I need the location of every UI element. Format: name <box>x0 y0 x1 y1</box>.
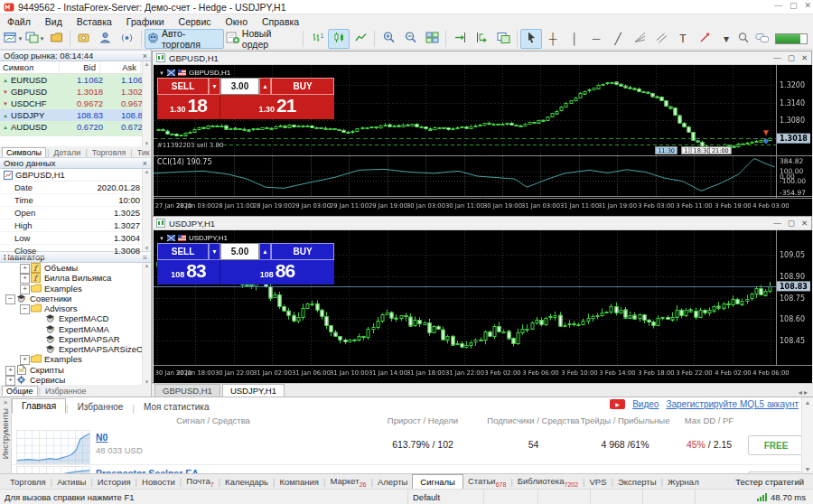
strategy-tester-tab[interactable]: Тестер стратегий <box>735 477 813 487</box>
data-window-scrollbar[interactable]: ▲▼ <box>142 169 151 251</box>
chat-icon[interactable] <box>755 32 770 46</box>
chart-tab-usdjpy-h1[interactable]: USDJPY,H1 <box>222 384 285 397</box>
column-header-bid[interactable]: Bid <box>60 61 100 73</box>
navigator-item-examples[interactable]: +Examples <box>0 354 151 364</box>
toolbox-tab-история[interactable]: История <box>93 476 136 488</box>
expand-icon[interactable]: + <box>5 376 15 386</box>
status-profile[interactable]: Default <box>408 490 484 504</box>
auto-scroll-button[interactable] <box>471 29 492 49</box>
market-watch-row-eurusd[interactable]: ▲EURUSD1.10621.1065 <box>0 74 151 86</box>
market-watch-row-audusd[interactable]: ▲AUDUSD0.67200.6723 <box>0 121 151 133</box>
toolbox-scrollbar[interactable]: ▲▼ <box>801 397 813 473</box>
connection-status[interactable]: 48.70 ms <box>757 492 813 502</box>
tab-scroll-arrows[interactable]: ◂ ▸ <box>799 388 813 397</box>
close-icon[interactable]: × <box>143 159 147 168</box>
volume-up-button[interactable]: ▲ <box>259 78 271 95</box>
fibo-button[interactable] <box>629 29 650 49</box>
navigator-item-expertmacd[interactable]: ExpertMACD <box>0 313 151 323</box>
chart-window-title-gbpusd[interactable]: GBPUSD,H1 — ▢ ✕ <box>153 51 811 65</box>
toolbox-tab-vps[interactable]: VPS <box>585 476 612 488</box>
buy-button[interactable]: BUY <box>271 243 334 260</box>
objects-dropdown[interactable]: ▾ <box>715 29 737 49</box>
volume-input[interactable]: 5.00 <box>220 243 259 260</box>
market-watch-row-usdjpy[interactable]: ▲USDJPY108.83108.86 <box>0 109 151 121</box>
navigator-item-объемы[interactable]: +fОбъемы <box>0 263 151 273</box>
navigator-item-examples[interactable]: +Examples <box>0 284 151 294</box>
chevron-down-icon[interactable]: ▾ <box>19 35 23 42</box>
menu-вид[interactable]: Вид <box>38 16 70 27</box>
candle-chart-button[interactable] <box>328 29 350 49</box>
close-button[interactable]: ✕ <box>804 1 811 10</box>
toolbox-tab-библиотека[interactable]: Библиотека7202 <box>513 475 583 489</box>
navigator-tab-избранное[interactable]: Избранное <box>42 387 90 396</box>
zoom-out-button[interactable] <box>399 29 421 49</box>
profiles-button[interactable]: ▾ <box>23 29 45 49</box>
market-watch-header[interactable]: Обзор рынка: 08:14:44 × <box>0 50 151 61</box>
chevron-down-icon[interactable]: ▾ <box>41 35 44 42</box>
signals-column-0[interactable]: Сигнал / Средства <box>96 415 331 425</box>
toolbox-tab-активы[interactable]: Активы <box>52 476 90 488</box>
navigator-item-сервисы[interactable]: +Сервисы <box>0 375 151 385</box>
toolbox-tab-маркет[interactable]: Маркет26 <box>325 475 370 489</box>
history-center-button[interactable] <box>45 29 67 49</box>
volume-down-button[interactable]: ▼ <box>209 243 220 260</box>
signals-column-4[interactable]: Max DD / PF <box>646 415 772 425</box>
text-tool-button[interactable]: T <box>672 29 694 49</box>
navigator-scrollbar[interactable]: ▲▼ <box>142 263 151 385</box>
volume-down-button[interactable]: ▼ <box>209 78 220 95</box>
toolbox-tab-компания[interactable]: Компания <box>276 476 323 488</box>
payments-button[interactable] <box>73 29 95 49</box>
collapse-icon[interactable]: ▼ <box>159 70 164 76</box>
sell-button[interactable]: SELL <box>157 78 209 95</box>
toolbox-tab-статьи[interactable]: Статьи678 <box>463 475 510 489</box>
maximize-button[interactable]: ▢ <box>790 1 798 10</box>
signal-name-link[interactable]: N0 <box>96 432 107 443</box>
buy-price[interactable]: 1.3021 <box>220 95 334 119</box>
free-button[interactable]: FREE <box>748 435 804 455</box>
signals-tab-моя-статистика[interactable]: Моя статистика <box>135 400 219 414</box>
toolbox-tab-почта[interactable]: Почта7 <box>182 475 218 489</box>
community-button[interactable] <box>95 29 117 49</box>
crosshair-button[interactable]: ┼ <box>542 29 564 49</box>
broadcast-button[interactable] <box>117 29 138 49</box>
vertical-line-button[interactable]: │ <box>564 29 585 49</box>
zoom-in-button[interactable] <box>378 29 399 49</box>
line-chart-button[interactable] <box>350 29 371 49</box>
signals-tab-главная[interactable]: Главная <box>12 398 66 414</box>
sell-price[interactable]: 10883 <box>157 260 220 285</box>
signal-row-n0[interactable]: N048 033 USD613.79% / 102544 968 /61%45%… <box>12 428 800 465</box>
navigator-item-советники[interactable]: −Советники <box>0 294 151 303</box>
chart-window-title-usdjpy[interactable]: USDJPY,H1 — ▢ ✕ <box>153 217 811 230</box>
menu-справка[interactable]: Справка <box>255 16 306 27</box>
chart-restore-button[interactable]: ▢ <box>788 219 795 228</box>
chart-close-button[interactable]: ✕ <box>801 53 808 62</box>
data-window-header[interactable]: Окно данных × <box>0 157 151 169</box>
new-chart-button[interactable]: ▾ <box>2 29 23 49</box>
bar-chart-button[interactable]: 1 <box>306 29 328 49</box>
cursor-button[interactable] <box>520 29 542 49</box>
collapse-icon[interactable]: ▼ <box>159 236 164 241</box>
minimize-button[interactable]: — <box>774 1 782 10</box>
toolbox-tab-новости[interactable]: Новости <box>137 476 180 488</box>
toolbox-tab-торговля[interactable]: Торговля <box>5 476 51 488</box>
chart-tab-gbpusd-h1[interactable]: GBPUSD,H1 <box>154 384 220 397</box>
column-header-ask[interactable]: Ask <box>100 61 141 73</box>
trendline-button[interactable]: ╱ <box>607 29 629 49</box>
market-watch-tab-символы[interactable]: Символы <box>2 147 46 157</box>
register-mql5-link[interactable]: Зарегистрируйте MQL5 аккаунт <box>666 399 799 409</box>
channel-button[interactable] <box>650 29 672 49</box>
toolbox-tab-сигналы[interactable]: Сигналы <box>412 474 463 489</box>
menu-файл[interactable]: Файл <box>0 16 38 27</box>
sell-button[interactable]: SELL <box>157 243 209 260</box>
new-order-button[interactable]: Новый ордер <box>224 29 300 49</box>
chart-restore-button[interactable]: ▢ <box>788 53 795 62</box>
market-watch-row-usdchf[interactable]: ▼USDCHF0.96720.9675 <box>0 98 151 109</box>
search-icon[interactable] <box>737 32 750 46</box>
column-header-символ[interactable]: Символ <box>0 61 60 73</box>
chart-close-button[interactable]: ✕ <box>801 219 808 228</box>
horizontal-line-button[interactable]: ─ <box>585 29 607 49</box>
navigator-item-билла-вильямса[interactable]: +fБилла Вильямса <box>0 273 151 283</box>
market-watch-scrollbar[interactable]: ▲▼ <box>142 61 151 146</box>
navigator-item-expertmapsarsizeoptim[interactable]: ExpertMAPSARSizeOptim <box>0 344 151 354</box>
menu-графики[interactable]: Графики <box>119 16 172 27</box>
